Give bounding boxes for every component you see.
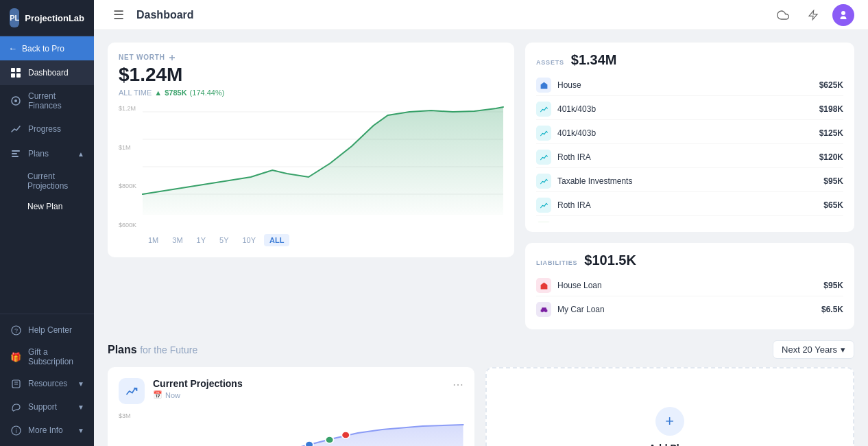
- time-btn-1y[interactable]: 1Y: [191, 234, 211, 246]
- assets-card: ASSETS $1.34M House $625K: [525, 43, 854, 232]
- asset-value-401k-1: $198K: [819, 104, 843, 114]
- car-loan-icon: [536, 302, 551, 317]
- sidebar-item-current-finances[interactable]: Current Finances: [0, 85, 94, 117]
- svg-point-31: [326, 436, 334, 443]
- back-to-pro-button[interactable]: ← Back to Pro: [0, 36, 94, 60]
- new-plan-label: New Plan: [27, 202, 62, 211]
- sidebar-item-gift-subscription[interactable]: 🎁 Gift a Subscription: [0, 342, 94, 372]
- progress-icon: [10, 123, 22, 135]
- change-value: $785K: [165, 89, 186, 97]
- help-icon: ?: [10, 324, 22, 336]
- sidebar-item-help-center[interactable]: ? Help Center: [0, 318, 94, 342]
- plans-label: Plans: [28, 149, 49, 159]
- help-center-label: Help Center: [28, 325, 72, 335]
- plans-header: Plans for the Future Next 20 Years ▾: [108, 340, 854, 359]
- plans-cards: Current Projections 📅 Now ⋯ $3M $2M: [108, 367, 854, 446]
- asset-value-roth-1: $120K: [819, 152, 843, 162]
- plans-section: Plans for the Future Next 20 Years ▾: [108, 340, 854, 446]
- more-info-label: More Info: [28, 425, 77, 435]
- liability-value-house-loan: $95K: [823, 281, 843, 290]
- svg-point-32: [341, 432, 350, 438]
- gift-icon: 🎁: [10, 351, 22, 363]
- sidebar-item-resources[interactable]: Resources ▼: [0, 372, 94, 395]
- time-btn-3m[interactable]: 3M: [167, 234, 188, 246]
- asset-row-401k-2: 401k/403b $125K: [536, 123, 843, 144]
- asset-name-roth-1: Roth IRA: [557, 152, 819, 162]
- net-worth-label: NET WORTH: [119, 54, 503, 61]
- add-plan-title: Add Plan: [649, 443, 690, 446]
- support-label: Support: [28, 402, 77, 412]
- sidebar: PL ProjectionLab ← Back to Pro Dashboard…: [0, 0, 94, 446]
- sidebar-item-current-projections[interactable]: Current Projections: [0, 166, 94, 196]
- dashboard-icon: [10, 67, 22, 79]
- cloud-button[interactable]: [772, 4, 794, 26]
- svg-rect-3: [16, 73, 21, 78]
- current-projections-label: Current Projections: [27, 172, 84, 191]
- resources-label: Resources: [28, 379, 77, 388]
- topbar-actions: [772, 4, 854, 26]
- svg-text:i: i: [15, 427, 16, 434]
- assets-total: $1.34M: [571, 52, 617, 68]
- asset-row-taxable: Taxable Investments $95K: [536, 171, 843, 192]
- chart-time-buttons: 1M 3M 1Y 5Y 10Y ALL: [143, 234, 503, 246]
- svg-point-5: [14, 99, 17, 102]
- progress-label: Progress: [28, 124, 61, 134]
- chart-icon-3: [536, 150, 551, 165]
- liability-list: House Loan $95K My Car Loan $6.5K: [536, 275, 843, 320]
- resources-chevron-icon: ▼: [77, 380, 84, 388]
- assets-liabilities: ASSETS $1.34M House $625K: [525, 43, 854, 329]
- net-worth-change: ALL TIME ▲ $785K (174.44%): [119, 89, 503, 97]
- plans-icon: [10, 148, 22, 160]
- time-btn-5y[interactable]: 5Y: [214, 234, 234, 246]
- asset-value-house: $625K: [819, 80, 843, 90]
- liability-name-house-loan: House Loan: [557, 281, 823, 290]
- back-to-pro-label: Back to Pro: [22, 44, 64, 54]
- net-worth-value: $1.24M: [119, 64, 503, 86]
- svg-point-30: [305, 441, 313, 446]
- asset-name-roth-2: Roth IRA: [557, 200, 823, 210]
- svg-point-17: [841, 11, 845, 15]
- next-years-button[interactable]: Next 20 Years ▾: [773, 340, 854, 359]
- page-title: Dashboard: [136, 9, 772, 21]
- logo-icon: PL: [10, 8, 19, 27]
- hamburger-button[interactable]: ☰: [108, 4, 130, 26]
- sidebar-item-dashboard[interactable]: Dashboard: [0, 60, 94, 85]
- time-btn-1m[interactable]: 1M: [143, 234, 164, 246]
- liabilities-card: LIABILITIES $101.5K House Loan $95K: [525, 243, 854, 329]
- main-content: ☰ Dashboard NET WORTH $1.24M: [94, 0, 868, 446]
- plan-chart-y-axis: $3M $2M: [119, 412, 131, 446]
- chart-icon-4: [536, 174, 551, 189]
- asset-name-401k-1: 401k/403b: [557, 104, 819, 114]
- back-arrow-icon: ←: [8, 43, 17, 54]
- sidebar-item-progress[interactable]: Progress: [0, 117, 94, 141]
- liability-name-car-loan: My Car Loan: [557, 305, 821, 314]
- svg-text:?: ?: [14, 327, 17, 334]
- plans-subtitle: for the Future: [140, 344, 197, 355]
- avatar[interactable]: [832, 4, 854, 26]
- logo-text: ProjectionLab: [25, 13, 84, 23]
- lightning-button[interactable]: [802, 4, 824, 26]
- add-plan-card[interactable]: + Add Plan Create a new plan: [485, 367, 855, 446]
- house-loan-icon: [536, 278, 551, 293]
- svg-rect-1: [16, 68, 21, 72]
- sidebar-item-support[interactable]: Support ▼: [0, 395, 94, 419]
- support-icon: [10, 401, 22, 413]
- topbar: ☰ Dashboard: [94, 0, 868, 30]
- sidebar-bottom: ? Help Center 🎁 Gift a Subscription Reso…: [0, 314, 94, 446]
- sidebar-item-more-info[interactable]: i More Info ▼: [0, 419, 94, 442]
- svg-rect-0: [11, 68, 15, 72]
- more-info-icon: i: [10, 424, 22, 436]
- asset-list: House $625K 401k/403b $198K: [536, 75, 843, 222]
- sidebar-item-new-plan[interactable]: New Plan: [0, 196, 94, 217]
- asset-value-401k-2: $125K: [819, 128, 843, 138]
- projections-menu-button[interactable]: ⋯: [453, 378, 463, 391]
- projections-card-subtitle: 📅 Now: [153, 390, 453, 399]
- time-btn-10y[interactable]: 10Y: [237, 234, 262, 246]
- plans-section-header[interactable]: Plans ▲: [0, 141, 94, 166]
- chart-y-axis: $1.2M $1M $800K $600K: [119, 105, 136, 228]
- asset-value-roth-2: $65K: [823, 200, 843, 210]
- time-btn-all[interactable]: ALL: [264, 234, 289, 246]
- asset-value-taxable: $95K: [823, 176, 843, 186]
- liabilities-label: LIABILITIES: [536, 259, 577, 266]
- chart-icon-1: [536, 102, 551, 117]
